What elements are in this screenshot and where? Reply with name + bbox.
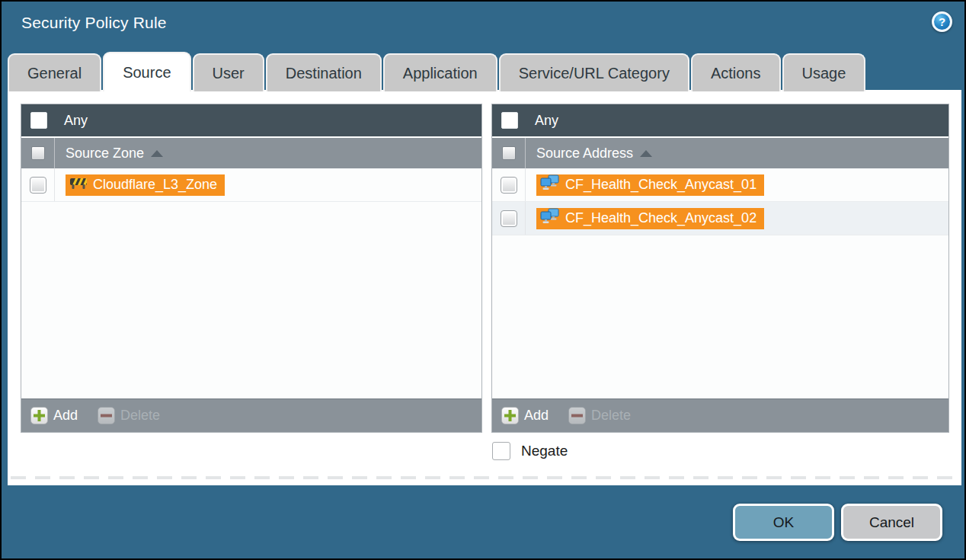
source-zone-list: Cloudflare_L3_Zone [21,168,481,398]
tab-destination[interactable]: Destination [266,53,382,91]
zone-icon [69,176,88,194]
add-button[interactable]: Add [501,407,549,424]
source-address-select-all-cell [492,138,526,168]
tab-application[interactable]: Application [383,53,497,91]
address-name-label: CF_Health_Check_Anycast_01 [565,177,756,193]
source-zone-select-all-cell [21,138,55,168]
source-zone-column-title: Source Zone [66,146,144,162]
add-button[interactable]: Add [30,407,78,424]
tab-usage[interactable]: Usage [782,53,866,91]
delete-button[interactable]: Delete [98,407,160,424]
source-zone-any-bar: Any [21,104,481,138]
row-checkbox[interactable] [501,177,517,194]
address-icon [540,208,560,229]
tab-user[interactable]: User [193,53,264,91]
source-address-list: CF_Health_Check_Anycast_01 [492,168,948,398]
ok-button[interactable]: OK [733,504,834,541]
source-address-any-label: Any [535,113,558,129]
source-zone-any-label: Any [64,113,88,129]
source-address-panel: Any Source Address [491,104,949,433]
source-zone-panel: Any Source Zone [21,104,482,433]
row-checkbox-cell [21,168,55,201]
row-checkbox-cell [492,168,526,201]
dialog-title: Security Policy Rule [21,14,167,32]
cancel-button[interactable]: Cancel [841,504,942,541]
delete-button[interactable]: Delete [568,407,631,424]
add-button-label: Add [53,408,78,424]
row-checkbox-cell [492,202,526,235]
address-object-tag[interactable]: CF_Health_Check_Anycast_01 [536,174,764,196]
tab-content: Any Source Zone [8,90,961,485]
negate-label: Negate [521,443,568,459]
source-address-select-all-checkbox[interactable] [502,146,516,160]
table-row[interactable]: Cloudflare_L3_Zone [21,168,481,202]
negate-row: Negate [492,442,568,460]
address-object-tag[interactable]: CF_Health_Check_Anycast_02 [536,208,764,229]
help-icon[interactable]: ? [932,11,952,32]
source-address-any-bar: Any [492,104,948,138]
source-zone-column-header[interactable]: Source Zone [21,138,481,168]
add-plus-icon [30,407,48,424]
dialog-footer: OK Cancel [733,504,942,541]
source-zone-any-checkbox[interactable] [30,112,47,129]
delete-minus-icon [98,407,115,424]
add-plus-icon [501,407,519,424]
zone-object-tag[interactable]: Cloudflare_L3_Zone [66,174,225,196]
security-policy-rule-dialog: Security Policy Rule ? General Source Us… [0,0,966,560]
source-zone-select-all-checkbox[interactable] [31,146,45,160]
tab-general[interactable]: General [8,53,101,91]
address-name-label: CF_Health_Check_Anycast_02 [565,210,756,226]
row-checkbox[interactable] [30,177,46,194]
source-address-any-checkbox[interactable] [501,112,518,129]
delete-minus-icon [568,407,586,424]
zone-name-label: Cloudflare_L3_Zone [93,177,217,193]
table-row[interactable]: CF_Health_Check_Anycast_01 [492,168,948,202]
source-address-column-title: Source Address [536,146,633,162]
tab-service-url-category[interactable]: Service/URL Category [499,53,689,91]
sort-ascending-icon [151,150,163,157]
delete-button-label: Delete [120,408,160,424]
source-zone-toolbar: Add Delete [21,398,481,432]
tab-bar: General Source User Destination Applicat… [8,52,867,91]
source-address-toolbar: Add Delete [492,398,948,432]
row-checkbox[interactable] [501,210,517,227]
table-row[interactable]: CF_Health_Check_Anycast_02 [492,202,948,235]
address-icon [540,174,560,195]
add-button-label: Add [524,408,549,424]
negate-checkbox[interactable] [492,442,510,460]
delete-button-label: Delete [591,408,631,424]
source-address-column-header[interactable]: Source Address [492,138,948,168]
sort-ascending-icon [640,150,652,157]
tab-source[interactable]: Source [103,52,190,91]
tab-actions[interactable]: Actions [691,53,781,91]
